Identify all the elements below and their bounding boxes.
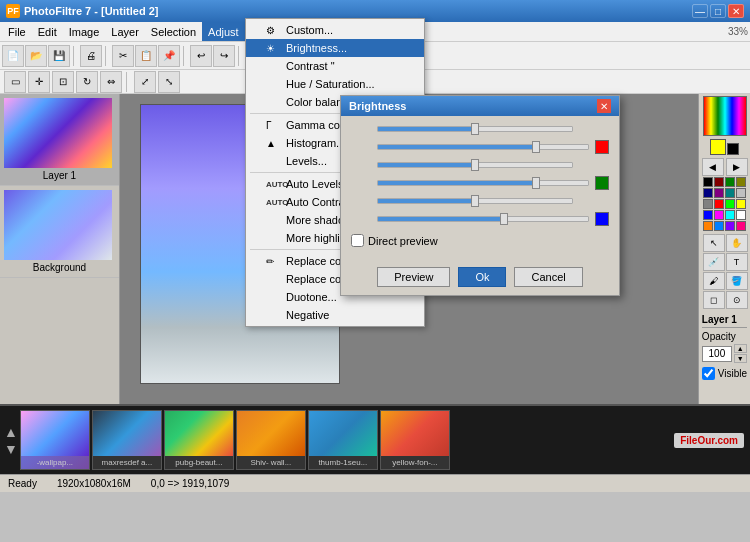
palette-cyan[interactable]	[725, 210, 735, 220]
film-thumb-4[interactable]: thumb-1seu...	[308, 410, 378, 470]
palette-white[interactable]	[736, 210, 746, 220]
tb-sep2	[105, 46, 109, 66]
slider-thumb-2[interactable]	[532, 141, 540, 153]
menu-custom[interactable]: ⚙ Custom...	[246, 21, 424, 39]
palette-darkgreen[interactable]	[725, 177, 735, 187]
palette-olive[interactable]	[736, 177, 746, 187]
tb-cut[interactable]: ✂	[112, 45, 134, 67]
palette-black[interactable]	[703, 177, 713, 187]
fill-tool[interactable]: 🪣	[726, 272, 748, 290]
palette-gray[interactable]	[703, 199, 713, 209]
direct-preview-checkbox[interactable]	[351, 234, 364, 247]
minimize-button[interactable]: —	[692, 4, 708, 18]
menu-edit[interactable]: Edit	[32, 22, 63, 41]
palette-orange[interactable]	[703, 221, 713, 231]
tb-copy[interactable]: 📋	[135, 45, 157, 67]
slider-thumb-1[interactable]	[471, 123, 479, 135]
film-thumb-5[interactable]: yellow-fon-...	[380, 410, 450, 470]
filmstrip-scroll-down[interactable]: ▼	[4, 441, 18, 457]
foreground-color[interactable]	[710, 139, 726, 155]
tb2-select[interactable]: ▭	[4, 71, 26, 93]
palette-hotpink[interactable]	[736, 221, 746, 231]
stamp-tool[interactable]: ⊙	[726, 291, 748, 309]
tb2-rotate[interactable]: ↻	[76, 71, 98, 93]
tb-paste[interactable]: 📌	[158, 45, 180, 67]
tb2-deform[interactable]: ⤡	[158, 71, 180, 93]
preview-button[interactable]: Preview	[377, 267, 450, 287]
ok-button[interactable]: Ok	[458, 267, 506, 287]
menu-image[interactable]: Image	[63, 22, 106, 41]
palette-magenta[interactable]	[714, 210, 724, 220]
film-thumb-1[interactable]: maxresdef a...	[92, 410, 162, 470]
palette-prev[interactable]: ◀	[702, 158, 724, 176]
slider-thumb-4[interactable]	[532, 177, 540, 189]
hand-tool[interactable]: ✋	[726, 234, 748, 252]
palette-violet[interactable]	[725, 221, 735, 231]
slider-track-6[interactable]	[377, 216, 589, 222]
film-thumb-3[interactable]: Shiv- wall...	[236, 410, 306, 470]
close-button[interactable]: ✕	[728, 4, 744, 18]
film-thumb-2[interactable]: pubg-beaut...	[164, 410, 234, 470]
filmstrip-scroll-up[interactable]: ▲	[4, 424, 18, 440]
menu-contrast[interactable]: Contrast "	[246, 57, 424, 75]
layer-item-1[interactable]: Layer 1	[0, 94, 119, 186]
slider-track-1[interactable]	[377, 126, 573, 132]
menu-hue-saturation[interactable]: Hue / Saturation...	[246, 75, 424, 93]
palette-teal[interactable]	[725, 188, 735, 198]
background-color[interactable]	[727, 143, 739, 155]
palette-darkblue[interactable]	[703, 188, 713, 198]
eraser-tool[interactable]: ◻	[703, 291, 725, 309]
dialog-close-button[interactable]: ✕	[597, 99, 611, 113]
tb-redo[interactable]: ↪	[213, 45, 235, 67]
color-spectrum[interactable]	[703, 96, 747, 136]
eyedropper-tool[interactable]: 💉	[703, 253, 725, 271]
opacity-down[interactable]: ▼	[734, 354, 747, 363]
slider-track-5[interactable]	[377, 198, 573, 204]
pointer-tool[interactable]: ↖	[703, 234, 725, 252]
menu-brightness[interactable]: ☀ Brightness...	[246, 39, 424, 57]
tb2-crop[interactable]: ⊡	[52, 71, 74, 93]
palette-lime[interactable]	[725, 199, 735, 209]
visible-checkbox[interactable]	[702, 367, 715, 380]
tb-print[interactable]: 🖨	[80, 45, 102, 67]
palette-silver[interactable]	[736, 188, 746, 198]
cancel-button[interactable]: Cancel	[514, 267, 582, 287]
layer-info-name: Layer 1	[702, 314, 747, 328]
title-bar-controls[interactable]: — □ ✕	[692, 4, 744, 18]
slider-track-3[interactable]	[377, 162, 573, 168]
brush-tool[interactable]: 🖌	[703, 272, 725, 290]
hue-label: Hue / Saturation...	[286, 78, 375, 90]
menu-adjust[interactable]: Adjust	[202, 22, 245, 41]
tb-undo[interactable]: ↩	[190, 45, 212, 67]
slider-thumb-6[interactable]	[500, 213, 508, 225]
tb2-resize[interactable]: ⤢	[134, 71, 156, 93]
menu-selection[interactable]: Selection	[145, 22, 202, 41]
palette-lightblue[interactable]	[714, 221, 724, 231]
palette-yellow[interactable]	[736, 199, 746, 209]
slider-track-2[interactable]	[377, 144, 589, 150]
tb-save[interactable]: 💾	[48, 45, 70, 67]
text-tool[interactable]: T	[726, 253, 748, 271]
palette-blue[interactable]	[703, 210, 713, 220]
menu-file[interactable]: File	[2, 22, 32, 41]
layer-item-bg[interactable]: Background	[0, 186, 119, 278]
tb-new[interactable]: 📄	[2, 45, 24, 67]
tb2-move[interactable]: ✛	[28, 71, 50, 93]
negative-label: Negative	[286, 309, 329, 321]
maximize-button[interactable]: □	[710, 4, 726, 18]
slider-track-4[interactable]	[377, 180, 589, 186]
palette-darkred[interactable]	[714, 177, 724, 187]
film-thumb-0[interactable]: -wallpap...	[20, 410, 90, 470]
palette-next[interactable]: ▶	[726, 158, 748, 176]
opacity-up[interactable]: ▲	[734, 344, 747, 353]
palette-purple[interactable]	[714, 188, 724, 198]
tb2-flip[interactable]: ⇔	[100, 71, 122, 93]
slider-thumb-5[interactable]	[471, 195, 479, 207]
menu-layer[interactable]: Layer	[105, 22, 145, 41]
opacity-input[interactable]	[702, 346, 732, 362]
menu-negative[interactable]: Negative	[246, 306, 424, 324]
tool-grid: ↖ ✋ 💉 T 🖌 🪣 ◻ ⊙	[703, 234, 747, 309]
slider-thumb-3[interactable]	[471, 159, 479, 171]
tb-open[interactable]: 📂	[25, 45, 47, 67]
palette-red[interactable]	[714, 199, 724, 209]
